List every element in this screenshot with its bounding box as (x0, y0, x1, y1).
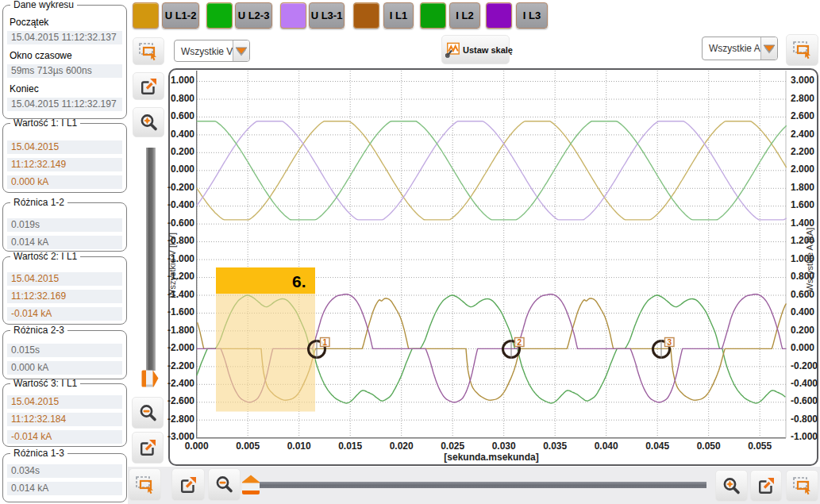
svg-text:2.800: 2.800 (791, 93, 814, 104)
svg-text:0.600: 0.600 (171, 110, 194, 121)
svg-text:2.600: 2.600 (791, 110, 814, 121)
svg-text:0.040: 0.040 (595, 441, 618, 452)
svg-text:0.000: 0.000 (171, 164, 194, 175)
svg-text:-2.800: -2.800 (167, 414, 194, 425)
svg-text:0.030: 0.030 (492, 441, 516, 452)
svg-text:-0.200: -0.200 (167, 182, 194, 193)
svg-text:-2.000: -2.000 (167, 342, 194, 353)
svg-text:1.800: 1.800 (791, 182, 814, 193)
svg-text:2.000: 2.000 (791, 164, 814, 175)
svg-text:-2.600: -2.600 (167, 395, 194, 406)
svg-text:-1.000: -1.000 (791, 431, 818, 442)
svg-text:0.400: 0.400 (791, 306, 814, 317)
svg-text:-1.800: -1.800 (167, 325, 194, 336)
svg-text:0.020: 0.020 (390, 441, 414, 452)
svg-text:0.400: 0.400 (171, 129, 194, 140)
svg-text:Wszystkie A [kA]: Wszystkie A [kA] (805, 228, 814, 292)
svg-text:0.010: 0.010 (287, 441, 311, 452)
svg-text:0.005: 0.005 (236, 441, 260, 452)
svg-text:0.200: 0.200 (171, 146, 194, 157)
svg-text:0.800: 0.800 (171, 93, 194, 104)
svg-text:1.600: 1.600 (791, 199, 814, 210)
svg-text:3: 3 (668, 338, 672, 347)
svg-text:-2.400: -2.400 (167, 378, 194, 389)
svg-text:[sekunda.msekunda]: [sekunda.msekunda] (444, 452, 538, 463)
svg-text:0.055: 0.055 (748, 441, 772, 452)
svg-text:1: 1 (323, 338, 328, 347)
svg-text:0.025: 0.025 (441, 441, 464, 452)
svg-text:-0.400: -0.400 (791, 378, 818, 389)
svg-text:-0.600: -0.600 (167, 217, 194, 229)
svg-text:Wszystkie V [kV]: Wszystkie V [kV] (167, 233, 177, 298)
svg-text:-1.600: -1.600 (167, 306, 194, 317)
svg-text:2: 2 (518, 338, 522, 347)
svg-text:-0.600: -0.600 (791, 395, 818, 406)
svg-text:2.200: 2.200 (791, 146, 814, 157)
svg-text:3.000: 3.000 (791, 75, 814, 86)
svg-text:-0.200: -0.200 (791, 360, 818, 371)
svg-text:0.200: 0.200 (791, 325, 814, 336)
svg-text:0.015: 0.015 (338, 441, 362, 452)
svg-text:-0.800: -0.800 (791, 414, 818, 425)
svg-text:0.035: 0.035 (543, 441, 567, 452)
svg-text:0.045: 0.045 (645, 441, 669, 452)
svg-text:1.000: 1.000 (171, 75, 194, 86)
svg-text:6.: 6. (292, 272, 306, 290)
svg-text:-0.400: -0.400 (167, 199, 194, 210)
svg-text:0.000: 0.000 (791, 342, 814, 353)
svg-text:0.000: 0.000 (185, 441, 209, 452)
svg-text:1.400: 1.400 (791, 217, 814, 229)
svg-text:-2.200: -2.200 (167, 360, 194, 371)
svg-text:0.050: 0.050 (697, 441, 721, 452)
svg-text:2.400: 2.400 (791, 129, 814, 140)
